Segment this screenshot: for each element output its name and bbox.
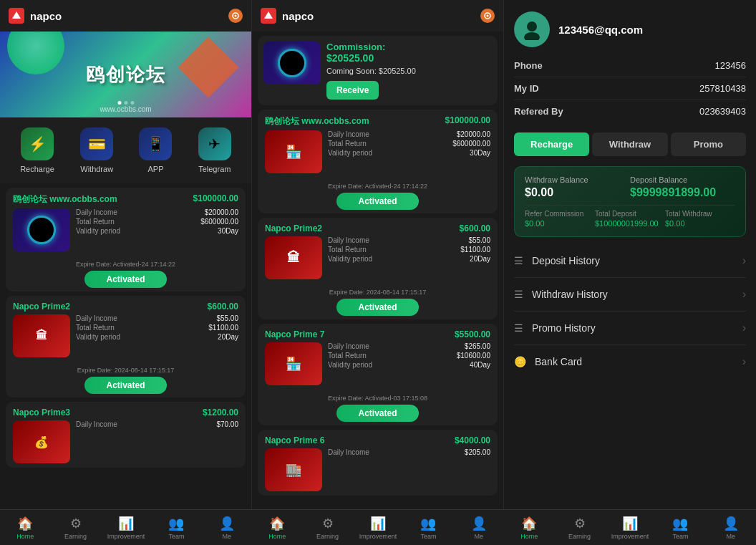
p2-product2-expire: Expire Date: 2024-08-14 17:15:17 xyxy=(261,289,494,296)
menu-list: ☰ Deposit History › ☰ Withdraw History ›… xyxy=(504,244,756,378)
commission-label: Commission: xyxy=(326,42,385,52)
recharge-circle: ⚡ xyxy=(21,127,54,160)
notification-bell-panel2[interactable] xyxy=(480,9,495,23)
p2-product1-btn[interactable]: Activated xyxy=(336,193,418,210)
app-title-panel2: napco xyxy=(282,10,480,22)
nav-me-panel2[interactable]: 👤 Me xyxy=(454,510,504,545)
product3-info: Daily Income$70.00 xyxy=(76,420,238,463)
product3-name: Napco Prime3 xyxy=(13,407,70,418)
nav-earning-panel3[interactable]: ⚙ Earning xyxy=(554,510,604,545)
banner-subtitle: www.ocbbs.com xyxy=(100,105,151,113)
p2-product4-price: $4000.00 xyxy=(455,435,490,445)
nav-home-panel1[interactable]: 🏠 Home xyxy=(0,510,50,545)
p2-product1-expire: Expire Date: Activated-24 17:14:22 xyxy=(261,183,494,190)
p2-product2-btn[interactable]: Activated xyxy=(336,299,418,316)
p2-product3-name: Napco Prime 7 xyxy=(265,329,324,339)
product1-activate-btn[interactable]: Activated xyxy=(84,271,166,288)
info-row-referredby: Refered By 023639403 xyxy=(514,100,746,122)
p2-product-card-3: Napco Prime 7 $5500.00 🏪 Daily Income$26… xyxy=(258,324,498,425)
myid-label: My ID xyxy=(514,83,539,94)
bottom-nav-panel2: 🏠 Home ⚙ Earning 📊 Improvement 👥 Team 👤 … xyxy=(252,509,504,545)
withdraw-balance-label: Withdraw Balance xyxy=(525,175,630,184)
withdraw-icon-item[interactable]: 💳 Withdraw xyxy=(80,127,113,173)
telegram-circle: ✈ xyxy=(198,127,231,160)
recharge-icon-item[interactable]: ⚡ Recharge xyxy=(20,127,54,173)
product2-activate-btn[interactable]: Activated xyxy=(84,377,166,394)
p2-product2-price: $600.00 xyxy=(460,223,490,233)
nav-improvement-panel2[interactable]: 📊 Improvement xyxy=(353,510,403,545)
nav-home-panel2[interactable]: 🏠 Home xyxy=(252,510,302,545)
nav-improvement-panel1[interactable]: 📊 Improvement xyxy=(101,510,151,545)
receive-button[interactable]: Receive xyxy=(326,81,379,100)
myid-value: 257810438 xyxy=(699,83,746,94)
withdraw-balance-col: Withdraw Balance $0.00 xyxy=(525,175,630,199)
deposit-balance-col: Deposit Balance $9999891899.00 xyxy=(630,175,735,199)
phone-value: 123456 xyxy=(715,60,746,71)
deposit-history-chevron: › xyxy=(742,254,746,267)
p2-product-card-4: Napco Prime 6 $4000.00 🏬 Daily Income$20… xyxy=(258,430,498,496)
menu-promo-history[interactable]: ☰ Promo History › xyxy=(514,312,746,345)
p2-product4-info: Daily Income$205.00 xyxy=(328,448,490,491)
banner-panel1: 鸥创论坛 www.ocbbs.com xyxy=(0,32,251,117)
product2-name: Napco Prime2 xyxy=(13,302,70,312)
topbar-panel1: napco xyxy=(0,0,251,32)
profile-email: 123456@qq.com xyxy=(558,24,643,36)
product1-info: Daily Income$20000.00 Total Return$60000… xyxy=(76,208,238,251)
product2-expire: Expire Date: 2024-08-14 17:15:17 xyxy=(9,367,242,374)
total-deposit-col: Total Deposit $10000001999.00 xyxy=(595,210,665,228)
total-deposit-value: $10000001999.00 xyxy=(595,219,665,228)
p2-product-card-2: Napco Prime2 $600.00 🏛 Daily Income$55.0… xyxy=(258,218,498,319)
deposit-balance-value: $9999891899.00 xyxy=(630,186,735,199)
bank-card-label: Bank Card xyxy=(535,356,742,367)
banner-text: 鸥创论坛 xyxy=(86,62,166,87)
total-withdraw-value: $0.00 xyxy=(665,219,735,228)
menu-deposit-history[interactable]: ☰ Deposit History › xyxy=(514,244,746,278)
p2-product3-thumb: 🏪 xyxy=(265,342,322,385)
nav-improvement-panel3[interactable]: 📊 Improvement xyxy=(605,510,655,545)
recharge-label: Recharge xyxy=(20,165,54,173)
p2-product2-info: Daily Income$55.00 Total Return$1100.00 … xyxy=(328,236,490,279)
nav-team-panel3[interactable]: 👥 Team xyxy=(655,510,705,545)
p2-product3-info: Daily Income$265.00 Total Return$10600.0… xyxy=(328,342,490,385)
total-deposit-label: Total Deposit xyxy=(595,210,665,218)
total-withdraw-col: Total Withdraw $0.00 xyxy=(665,210,735,228)
p2-product3-btn[interactable]: Activated xyxy=(336,405,418,422)
svg-marker-3 xyxy=(264,11,273,19)
menu-bank-card[interactable]: 🪙 Bank Card › xyxy=(514,345,746,378)
svg-point-5 xyxy=(487,15,489,17)
withdraw-btn[interactable]: Withdraw xyxy=(592,132,667,156)
nav-me-panel3[interactable]: 👤 Me xyxy=(706,510,756,545)
bottom-nav-panel3: 🏠 Home ⚙ Earning 📊 Improvement 👥 Team 👤 … xyxy=(504,509,756,545)
notification-bell-panel1[interactable] xyxy=(228,9,243,23)
commission-thumb xyxy=(263,42,321,85)
p2-product4-name: Napco Prime 6 xyxy=(265,435,324,445)
logo-panel2 xyxy=(261,8,276,24)
deposit-history-icon: ☰ xyxy=(514,255,523,266)
phone-label: Phone xyxy=(514,60,543,71)
app-icon-item[interactable]: 📱 APP xyxy=(139,127,172,173)
product2-info: Daily Income$55.00 Total Return$1100.00 … xyxy=(76,314,238,357)
recharge-btn[interactable]: Recharge xyxy=(514,132,589,156)
promo-history-label: Promo History xyxy=(532,322,742,334)
promo-btn[interactable]: Promo xyxy=(671,132,746,156)
withdraw-balance-value: $0.00 xyxy=(525,186,630,199)
p2-product3-expire: Expire Date: Activated-03 17:15:08 xyxy=(261,395,494,402)
telegram-icon-item[interactable]: ✈ Telegram xyxy=(198,127,231,173)
nav-earning-panel2[interactable]: ⚙ Earning xyxy=(302,510,352,545)
nav-team-panel1[interactable]: 👥 Team xyxy=(151,510,201,545)
nav-earning-panel1[interactable]: ⚙ Earning xyxy=(50,510,100,545)
action-buttons: Recharge Withdraw Promo xyxy=(514,132,746,156)
p2-product1-thumb: 🏪 xyxy=(265,130,322,173)
telegram-label: Telegram xyxy=(198,165,231,173)
menu-withdraw-history[interactable]: ☰ Withdraw History › xyxy=(514,278,746,312)
withdraw-circle: 💳 xyxy=(80,127,113,160)
withdraw-label: Withdraw xyxy=(80,165,113,173)
nav-me-panel1[interactable]: 👤 Me xyxy=(202,510,252,545)
refer-commission-col: Refer Commission $0.00 xyxy=(525,210,595,228)
logo-panel1 xyxy=(9,8,24,24)
svg-point-2 xyxy=(235,15,237,17)
nav-team-panel2[interactable]: 👥 Team xyxy=(403,510,453,545)
nav-home-panel3[interactable]: 🏠 Home xyxy=(504,510,554,545)
p2-product-card-1: 鸥创论坛 www.ocbbs.com $100000.00 🏪 Daily In… xyxy=(258,110,498,213)
p2-product1-info: Daily Income$20000.00 Total Return$60000… xyxy=(328,130,490,173)
